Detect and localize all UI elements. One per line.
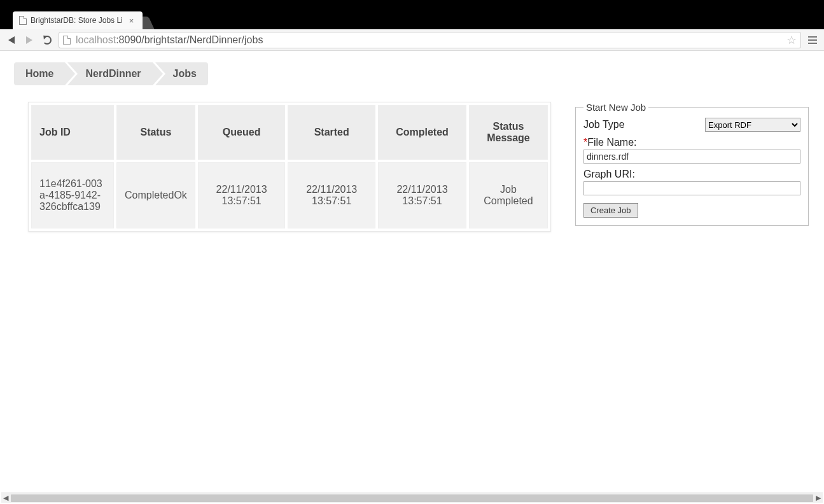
job-type-label: Job Type — [583, 119, 705, 130]
cell-completed: 22/11/2013 13:57:51 — [378, 162, 466, 228]
col-queued: Queued — [198, 105, 286, 160]
scroll-left-icon[interactable]: ◀ — [1, 494, 10, 502]
jobs-table-header-row: Job ID Status Queued Started Completed S… — [31, 105, 548, 160]
page-icon — [19, 16, 27, 25]
job-type-select[interactable]: Export RDF — [705, 118, 800, 132]
file-name-label: *File Name: — [583, 137, 637, 148]
page-content: Home NerdDinner Jobs Job ID Status Queue… — [0, 51, 824, 232]
cell-queued: 22/11/2013 13:57:51 — [198, 162, 286, 228]
bookmark-star-icon[interactable]: ☆ — [786, 33, 797, 47]
start-new-job-panel: Start New Job Job Type Export RDF *File … — [575, 102, 809, 226]
col-started: Started — [288, 105, 375, 160]
forward-button[interactable] — [23, 34, 36, 46]
table-row: 11e4f261-003a-4185-9142-326cbffca139 Com… — [31, 162, 548, 228]
url-path: :8090/brightstar/NerdDinner/jobs — [116, 34, 263, 46]
cell-message: Job Completed — [469, 162, 548, 228]
address-bar[interactable]: localhost:8090/brightstar/NerdDinner/job… — [59, 32, 801, 48]
scroll-track[interactable] — [11, 494, 813, 502]
browser-tab-active[interactable]: BrightstarDB: Store Jobs Li × — [13, 11, 143, 29]
horizontal-scrollbar[interactable]: ◀ ▶ — [1, 493, 823, 503]
cell-job-id: 11e4f261-003a-4185-9142-326cbffca139 — [31, 162, 114, 228]
cell-status: CompletedOk — [116, 162, 195, 228]
create-job-button[interactable]: Create Job — [583, 203, 638, 218]
col-job-id: Job ID — [31, 105, 114, 160]
browser-toolbar: localhost:8090/brightstar/NerdDinner/job… — [0, 29, 824, 51]
file-name-input[interactable] — [583, 150, 800, 164]
col-completed: Completed — [378, 105, 466, 160]
scroll-right-icon[interactable]: ▶ — [814, 494, 823, 502]
jobs-table-container: Job ID Status Queued Started Completed S… — [28, 102, 551, 232]
reload-button[interactable] — [41, 34, 53, 46]
col-status: Status — [116, 105, 195, 160]
url-host: localhost — [76, 34, 116, 46]
cell-started: 22/11/2013 13:57:51 — [288, 162, 375, 228]
graph-uri-label: Graph URI: — [583, 169, 635, 179]
browser-menu-button[interactable] — [806, 36, 819, 44]
graph-uri-input[interactable] — [583, 181, 800, 195]
col-status-message: Status Message — [469, 105, 548, 160]
tab-title: BrightstarDB: Store Jobs Li — [31, 16, 123, 25]
jobs-table: Job ID Status Queued Started Completed S… — [29, 102, 550, 231]
breadcrumb-home[interactable]: Home — [14, 62, 65, 85]
browser-titlebar: BrightstarDB: Store Jobs Li × — [0, 0, 824, 29]
site-icon — [63, 36, 71, 45]
breadcrumb-store[interactable]: NerdDinner — [67, 62, 152, 85]
breadcrumb: Home NerdDinner Jobs — [14, 62, 810, 85]
close-tab-icon[interactable]: × — [129, 16, 134, 25]
back-button[interactable] — [5, 34, 18, 46]
panel-legend: Start New Job — [583, 102, 648, 113]
